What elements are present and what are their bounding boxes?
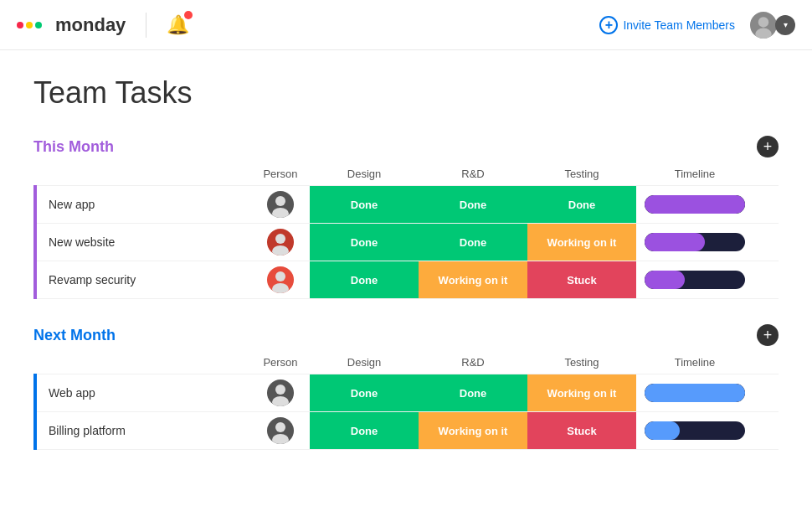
person-avatar <box>267 417 294 444</box>
task-name: Web app <box>49 386 95 400</box>
section-this-month: This Month+PersonDesignR&DTestingTimelin… <box>33 136 779 299</box>
col-header-extra <box>753 163 779 186</box>
section-title-this-month: This Month <box>33 138 114 156</box>
task-design-status[interactable]: Done <box>310 186 419 224</box>
col-header-person: Person <box>251 351 310 374</box>
timeline-fill <box>645 233 705 251</box>
timeline-bar-container <box>645 233 745 251</box>
task-testing-status[interactable]: Working on it <box>527 224 636 261</box>
task-extra-cell <box>753 412 779 450</box>
invite-button[interactable]: + Invite Team Members <box>599 16 735 34</box>
svg-point-10 <box>275 422 285 432</box>
timeline-fill <box>645 421 680 440</box>
svg-point-6 <box>275 271 285 281</box>
col-header-timeline: Timeline <box>636 351 753 374</box>
task-name-cell: New app <box>35 186 251 224</box>
task-extra-cell <box>753 261 779 299</box>
header: monday 🔔 + Invite Team Members ▾ <box>0 0 812 50</box>
task-timeline-cell[interactable] <box>636 374 753 412</box>
header-divider <box>146 13 146 38</box>
timeline-bar-container <box>645 195 745 214</box>
task-name: New app <box>49 198 95 211</box>
task-name-cell: New website <box>35 224 251 261</box>
task-rd-status[interactable]: Done <box>419 186 527 224</box>
svg-point-5 <box>272 245 289 256</box>
timeline-bar-container <box>645 421 745 440</box>
task-testing-status[interactable]: Stuck <box>527 261 636 299</box>
task-person-cell <box>251 374 310 412</box>
col-header-timeline: Timeline <box>636 163 753 186</box>
task-rd-status[interactable]: Done <box>419 374 527 412</box>
svg-point-8 <box>275 385 285 395</box>
col-header-design: Design <box>310 351 419 374</box>
task-rd-status[interactable]: Working on it <box>419 261 527 299</box>
add-row-button-this-month[interactable]: + <box>757 136 779 157</box>
logo-dot-red <box>17 22 23 28</box>
task-testing-status[interactable]: Working on it <box>527 374 636 412</box>
person-avatar <box>267 191 294 218</box>
timeline-fill <box>645 271 685 289</box>
logo-dot-yellow <box>26 22 33 28</box>
logo-dots <box>17 22 42 28</box>
task-name: Billing platform <box>49 424 126 437</box>
logo-dot-green <box>35 22 42 28</box>
add-row-button-next-month[interactable]: + <box>757 324 779 346</box>
logo-text: monday <box>55 14 126 36</box>
task-testing-status[interactable]: Stuck <box>527 412 636 450</box>
col-header-testing: Testing <box>527 163 636 186</box>
task-design-status[interactable]: Done <box>310 224 419 261</box>
task-person-cell <box>251 412 310 450</box>
table-row: Billing platform DoneWorking on itStuck <box>35 412 779 450</box>
task-timeline-cell[interactable] <box>636 224 753 261</box>
logo-area: monday 🔔 <box>17 13 189 38</box>
table-row: Revamp security DoneWorking on itStuck <box>35 261 779 299</box>
task-timeline-cell[interactable] <box>636 261 753 299</box>
task-name-cell: Billing platform <box>35 412 251 450</box>
invite-plus-icon: + <box>599 16 618 34</box>
task-design-status[interactable]: Done <box>310 374 419 412</box>
task-rd-status[interactable]: Done <box>419 224 527 261</box>
col-header-person: Person <box>251 163 310 186</box>
task-extra-cell <box>753 224 779 261</box>
timeline-fill <box>645 384 745 402</box>
avatar[interactable] <box>748 10 779 40</box>
svg-point-9 <box>272 396 289 406</box>
table-row: New website DoneDoneWorking on it <box>35 224 779 261</box>
section-header-this-month: This Month+ <box>33 136 779 157</box>
task-timeline-cell[interactable] <box>636 186 753 224</box>
task-rd-status[interactable]: Working on it <box>419 412 527 450</box>
person-avatar <box>267 266 294 293</box>
svg-point-11 <box>272 434 289 444</box>
col-header-rd: R&D <box>419 351 527 374</box>
timeline-bar-container <box>645 384 745 402</box>
task-extra-cell <box>753 186 779 224</box>
invite-label: Invite Team Members <box>623 18 735 32</box>
task-table-next-month: PersonDesignR&DTestingTimelineWeb app Do… <box>33 351 779 450</box>
task-name-cell: Web app <box>35 374 251 412</box>
main-content: Team Tasks This Month+PersonDesignR&DTes… <box>0 50 812 500</box>
person-avatar <box>267 229 294 256</box>
section-next-month: Next Month+PersonDesignR&DTestingTimelin… <box>33 324 779 450</box>
col-header-name <box>35 351 251 374</box>
task-timeline-cell[interactable] <box>636 412 753 450</box>
task-name: Revamp security <box>49 273 136 287</box>
task-person-cell <box>251 261 310 299</box>
svg-point-1 <box>755 28 772 38</box>
svg-point-0 <box>758 17 768 27</box>
col-header-rd: R&D <box>419 163 527 186</box>
task-name: New website <box>49 235 115 249</box>
sections-container: This Month+PersonDesignR&DTestingTimelin… <box>33 136 779 450</box>
col-header-name <box>35 163 251 186</box>
col-header-extra <box>753 351 779 374</box>
col-header-testing: Testing <box>527 351 636 374</box>
task-design-status[interactable]: Done <box>310 412 419 450</box>
task-person-cell <box>251 186 310 224</box>
person-avatar <box>267 380 294 406</box>
svg-point-7 <box>272 283 289 293</box>
account-dropdown-icon[interactable]: ▾ <box>775 15 795 35</box>
bell-icon[interactable]: 🔔 <box>167 14 189 36</box>
svg-point-2 <box>275 196 285 206</box>
table-row: New app DoneDoneDone <box>35 186 779 224</box>
task-design-status[interactable]: Done <box>310 261 419 299</box>
task-testing-status[interactable]: Done <box>527 186 636 224</box>
